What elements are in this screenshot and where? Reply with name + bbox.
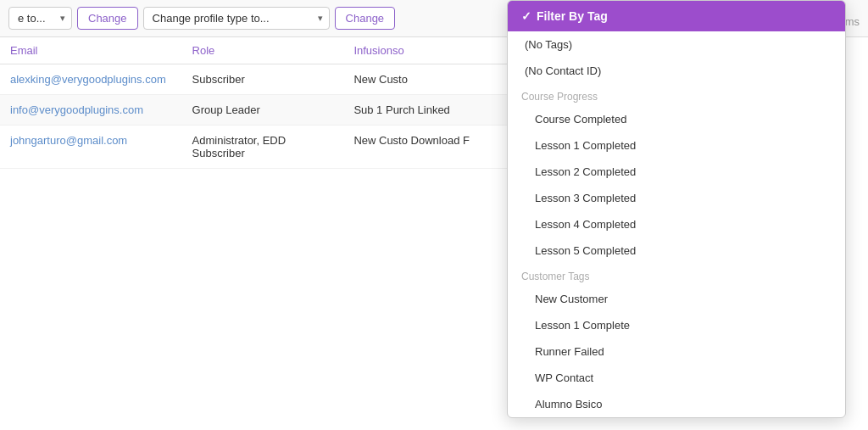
email-link-2[interactable]: info@verygoodplugins.com xyxy=(10,103,143,116)
change-button-2[interactable]: Change xyxy=(335,7,396,30)
email-link-3[interactable]: johngarturo@gmail.com xyxy=(10,134,127,147)
dropdown-item-wp-contact[interactable]: WP Contact xyxy=(508,365,845,391)
dropdown-item-course-completed[interactable]: Course Completed xyxy=(508,106,845,132)
change-button-1[interactable]: Change xyxy=(77,7,138,30)
dropdown-item-lesson1-complete[interactable]: Lesson 1 Complete xyxy=(508,312,845,338)
dropdown-item-no-tags[interactable]: (No Tags) xyxy=(508,31,845,58)
status-select-wrapper: e to... ▾ xyxy=(8,7,72,30)
user-infusion-1: New Custo xyxy=(343,64,526,95)
toolbar-left: e to... ▾ Change Change profile type to.… xyxy=(8,7,395,30)
table-header-row: Email Role Infusionso xyxy=(0,37,526,64)
table-row: info@verygoodplugins.com Group Leader Su… xyxy=(0,95,526,126)
status-select[interactable]: e to... xyxy=(8,7,72,30)
dropdown-item-lesson2-completed[interactable]: Lesson 2 Completed xyxy=(508,159,845,185)
profile-type-select-wrapper: Change profile type to... ▾ xyxy=(143,7,330,30)
email-link-1[interactable]: alexking@verygoodplugins.com xyxy=(10,73,166,86)
user-infusion-3: New Custo Download F xyxy=(343,126,526,169)
user-infusion-2: Sub 1 Purch Linked xyxy=(343,95,526,126)
user-role-3: Administrator, EDD Subscriber xyxy=(182,126,344,169)
dropdown-item-lesson4-completed[interactable]: Lesson 4 Completed xyxy=(508,211,845,237)
table-row: alexking@verygoodplugins.com Subscriber … xyxy=(0,64,526,95)
user-role-1: Subscriber xyxy=(182,64,344,95)
col-header-infusion: Infusionso xyxy=(343,37,526,64)
user-email-3: johngarturo@gmail.com xyxy=(0,126,182,169)
dropdown-item-lesson3-completed[interactable]: Lesson 3 Completed xyxy=(508,185,845,211)
dropdown-item-runner-failed[interactable]: Runner Failed xyxy=(508,338,845,365)
dropdown-item-lesson5-completed[interactable]: Lesson 5 Completed xyxy=(508,237,845,264)
checkmark-icon: ✓ xyxy=(521,9,531,23)
dropdown-header-label: Filter By Tag xyxy=(537,9,608,23)
dropdown-item-alumno-bsico[interactable]: Alumno Bsico xyxy=(508,391,845,417)
dropdown-section-customer-tags: Customer Tags xyxy=(508,264,845,286)
dropdown-header: ✓ Filter By Tag xyxy=(508,1,845,31)
col-header-email: Email xyxy=(0,37,182,64)
users-table: Email Role Infusionso alexking@verygoodp… xyxy=(0,37,526,169)
table-row: johngarturo@gmail.com Administrator, EDD… xyxy=(0,126,526,169)
user-email-2: info@verygoodplugins.com xyxy=(0,95,182,126)
user-role-2: Group Leader xyxy=(182,95,344,126)
filter-by-tag-dropdown: ✓ Filter By Tag (No Tags) (No Contact ID… xyxy=(507,0,846,418)
dropdown-section-course-progress: Course Progress xyxy=(508,84,845,106)
profile-type-select[interactable]: Change profile type to... xyxy=(143,7,330,30)
dropdown-item-lesson1-completed[interactable]: Lesson 1 Completed xyxy=(508,132,845,159)
dropdown-item-new-customer[interactable]: New Customer xyxy=(508,286,845,312)
right-hint: ms xyxy=(845,15,860,28)
user-email-1: alexking@verygoodplugins.com xyxy=(0,64,182,95)
dropdown-item-no-contact-id[interactable]: (No Contact ID) xyxy=(508,58,845,84)
col-header-role: Role xyxy=(182,37,344,64)
